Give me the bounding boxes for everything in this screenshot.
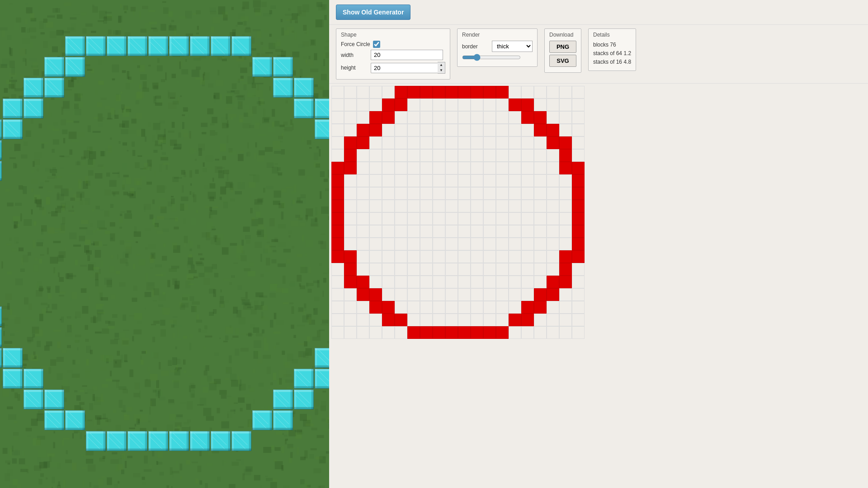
grid-cell [331, 174, 344, 187]
grid-cell [521, 136, 534, 149]
grid-cell [382, 99, 395, 111]
grid-cell [344, 111, 357, 124]
height-increment-button[interactable]: ▲ [438, 62, 445, 68]
grid-cell [534, 326, 547, 339]
height-decrement-button[interactable]: ▼ [438, 68, 445, 73]
details-group-title: Details [593, 32, 631, 38]
grid-cell [357, 314, 369, 326]
grid-cell [433, 86, 445, 99]
width-input[interactable] [371, 50, 443, 60]
grid-cell [357, 200, 369, 212]
grid-cell [382, 111, 395, 124]
grid-cell [395, 276, 407, 288]
grid-cell [331, 314, 344, 326]
minecraft-circle-canvas [0, 0, 329, 488]
scale-slider[interactable] [462, 54, 521, 61]
stacks-64-label: stacks of 64 [593, 50, 622, 56]
grid-cell [534, 288, 547, 301]
grid-cell [344, 174, 357, 187]
grid-cell [369, 288, 382, 301]
grid-cell [559, 136, 572, 149]
grid-cell [382, 301, 395, 314]
grid-cell [407, 276, 420, 288]
grid-cell [357, 86, 369, 99]
grid-cell [357, 212, 369, 225]
grid-cell [331, 225, 344, 238]
render-group-title: Render [462, 32, 533, 38]
grid-cell [344, 149, 357, 162]
grid-cell [357, 263, 369, 276]
grid-cell [445, 162, 458, 174]
grid-cell [420, 276, 433, 288]
height-spinner: ▲ ▼ [438, 62, 445, 74]
shape-group: Shape Force Circle width height ▲ ▼ [336, 28, 450, 80]
stacks-64-value: 1.2 [623, 50, 631, 56]
grid-cell [420, 326, 433, 339]
grid-cell [521, 301, 534, 314]
grid-cell [407, 238, 420, 250]
top-bar: Show Old Generator [329, 0, 868, 25]
force-circle-checkbox[interactable] [373, 41, 380, 48]
grid-cell [433, 124, 445, 136]
svg-download-button[interactable]: SVG [549, 55, 576, 67]
grid-cell [445, 238, 458, 250]
grid-cell [369, 99, 382, 111]
grid-cell [471, 136, 483, 149]
grid-cell [433, 288, 445, 301]
grid-cell [534, 301, 547, 314]
png-download-button[interactable]: PNG [549, 41, 576, 53]
grid-cell [509, 301, 521, 314]
grid-cell [572, 212, 585, 225]
grid-cell [471, 111, 483, 124]
grid-cell [483, 314, 496, 326]
grid-cell [433, 136, 445, 149]
grid-cell [395, 250, 407, 263]
grid-cell [521, 124, 534, 136]
grid-cell [445, 149, 458, 162]
width-row: width [341, 50, 445, 60]
border-row: border thick thin none [462, 41, 533, 52]
grid-cell [559, 263, 572, 276]
grid-cell [331, 250, 344, 263]
grid-cell [420, 301, 433, 314]
grid-cell [534, 276, 547, 288]
grid-cell [559, 301, 572, 314]
stacks-16-value: 4.8 [623, 59, 631, 65]
border-select[interactable]: thick thin none [492, 41, 533, 52]
grid-cell [509, 86, 521, 99]
grid-cell [572, 162, 585, 174]
grid-cell [395, 136, 407, 149]
grid-cell [407, 250, 420, 263]
show-old-generator-button[interactable]: Show Old Generator [336, 5, 410, 20]
grid-cell [369, 124, 382, 136]
grid-cell [559, 174, 572, 187]
grid-cell [357, 99, 369, 111]
grid-cell [331, 212, 344, 225]
grid-cell [331, 326, 344, 339]
grid-cell [572, 174, 585, 187]
grid-cell [509, 250, 521, 263]
grid-cell [471, 99, 483, 111]
grid-cell [559, 314, 572, 326]
grid-cell [369, 162, 382, 174]
grid-cell [395, 124, 407, 136]
height-input[interactable] [371, 63, 438, 73]
grid-cell [547, 187, 559, 200]
grid-cell [471, 86, 483, 99]
grid-cell [369, 174, 382, 187]
grid-cell [344, 301, 357, 314]
grid-cell [471, 174, 483, 187]
grid-cell [382, 225, 395, 238]
grid-cell [496, 187, 509, 200]
grid-cell [433, 326, 445, 339]
grid-cell [572, 326, 585, 339]
grid-cell [395, 200, 407, 212]
grid-cell [547, 86, 559, 99]
grid-cell [496, 149, 509, 162]
grid-cell [407, 187, 420, 200]
grid-cell [407, 225, 420, 238]
grid-cell [369, 276, 382, 288]
grid-cell [547, 250, 559, 263]
grid-cell [496, 200, 509, 212]
grid-cell [471, 263, 483, 276]
